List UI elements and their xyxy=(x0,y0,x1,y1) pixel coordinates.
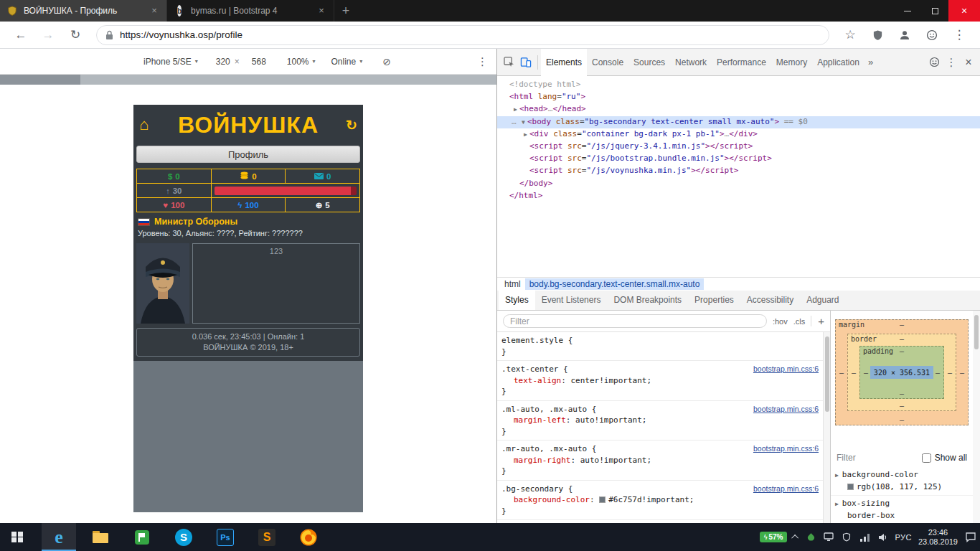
viewport-height-input[interactable]: 568 xyxy=(252,57,266,67)
tray-network-icon[interactable] xyxy=(859,532,870,543)
money-stat[interactable]: $0 xyxy=(137,169,212,184)
dt-tab-elements[interactable]: Elements xyxy=(541,49,587,76)
browser-tab-bymas[interactable]: b bymas.ru | Bootstrap 4 × xyxy=(167,0,334,22)
dom-node[interactable]: ▶<script src="/js/voynushka.min.js"></sc… xyxy=(497,165,980,177)
hidden-icons-chevron[interactable] xyxy=(792,534,799,542)
zoom-select[interactable]: 100%▾ xyxy=(287,57,316,67)
dt-tab-memory[interactable]: Memory xyxy=(771,49,812,76)
style-tab-dom-breakpoints[interactable]: DOM Breakpoints xyxy=(607,291,688,310)
dom-node[interactable]: ▶<head>…</head> xyxy=(497,103,980,116)
window-close-button[interactable]: × xyxy=(948,0,980,22)
styles-scrollbar[interactable] xyxy=(823,332,830,523)
throttle-select[interactable]: Online▾ xyxy=(331,57,363,67)
box-model-border[interactable]: border – – – – padding – – – – xyxy=(847,334,956,411)
dt-tab-network[interactable]: Network xyxy=(670,49,712,76)
new-tab-button[interactable]: + xyxy=(334,0,357,22)
css-property[interactable]: margin-left: auto!important; xyxy=(501,415,819,426)
media-query-bar[interactable] xyxy=(0,75,496,85)
browser-tab-voynushka[interactable]: ВОЙНУШКА - Профиль × xyxy=(0,0,167,22)
stylesheet-link[interactable]: bootstrap.min.css:6 xyxy=(753,364,819,375)
css-selector[interactable]: .mr-auto, .mx-auto xyxy=(501,444,592,453)
dt-tab-console[interactable]: Console xyxy=(587,49,628,76)
css-rule[interactable]: bootstrap.min.css:6.mr-auto, .mx-auto {m… xyxy=(497,441,823,481)
address-bar[interactable]: https://voynushka.osp/profile xyxy=(96,25,829,45)
stylesheet-link[interactable]: bootstrap.min.css:6 xyxy=(753,404,819,415)
css-rule[interactable]: bootstrap.min.css:6.ml-auto, .mx-auto {m… xyxy=(497,401,823,441)
dom-node[interactable]: ▶</body> xyxy=(497,178,980,190)
tray-display-icon[interactable] xyxy=(823,532,834,543)
styles-filter-input[interactable] xyxy=(503,314,767,328)
bookmark-star-icon[interactable]: ☆ xyxy=(841,26,859,44)
devtools-feedback-icon[interactable] xyxy=(925,53,943,72)
stylesheet-link[interactable]: bootstrap.min.css:6 xyxy=(753,443,819,455)
css-property[interactable]: text-align: center!important; xyxy=(501,375,819,387)
dom-node[interactable]: …▼<body class="bg-secondary text-center … xyxy=(497,116,980,128)
devtools-menu-icon[interactable]: ⋮ xyxy=(943,53,960,72)
start-button[interactable] xyxy=(0,523,34,551)
scrollbar-thumb[interactable] xyxy=(825,336,829,412)
tab-close-icon[interactable]: × xyxy=(149,5,160,17)
dom-node[interactable]: ▶<!doctype html> xyxy=(497,79,980,91)
css-property[interactable]: margin-right: auto!important; xyxy=(501,455,819,466)
rotate-icon[interactable]: ⊘ xyxy=(382,56,391,67)
level-stat[interactable]: ↑30 xyxy=(137,184,212,198)
mail-stat[interactable]: 0 xyxy=(286,169,360,184)
css-rule[interactable]: element.style {} xyxy=(497,332,823,361)
device-select[interactable]: iPhone 5/SE▾ xyxy=(143,57,198,67)
taskbar-edge-icon[interactable]: e xyxy=(42,523,76,551)
computed-property[interactable]: ▶box-sizing xyxy=(831,496,973,510)
css-property[interactable]: background-color: #6c757d!important; xyxy=(501,494,819,506)
reload-button[interactable]: ↻ xyxy=(66,26,85,44)
stylesheet-link[interactable]: bootstrap.min.css:6 xyxy=(753,484,819,495)
show-all-checkbox-input[interactable] xyxy=(922,453,931,463)
window-maximize-button[interactable] xyxy=(921,0,948,22)
toggle-element-state[interactable]: :hov xyxy=(773,317,788,326)
taskbar-skype-icon[interactable]: S xyxy=(166,523,201,551)
browser-menu-icon[interactable]: ⋮ xyxy=(950,26,969,44)
taskbar-clock[interactable]: 23:46 23.08.2019 xyxy=(918,528,958,547)
viewport-width-input[interactable]: 320 xyxy=(216,57,230,67)
energy-stat[interactable]: ϟ100 xyxy=(211,198,286,212)
style-tab-properties[interactable]: Properties xyxy=(688,291,740,310)
computed-filter-label[interactable]: Filter xyxy=(837,453,856,463)
taskbar-firefox-icon[interactable] xyxy=(291,523,326,551)
computed-scrollbar[interactable] xyxy=(973,311,980,523)
profile-button[interactable]: Профиль xyxy=(136,146,360,163)
chat-box[interactable]: 123 xyxy=(192,243,360,324)
toggle-class-button[interactable]: .cls xyxy=(793,317,806,326)
profile-icon[interactable] xyxy=(895,26,914,44)
action-center-icon[interactable] xyxy=(964,532,977,543)
media-query-segment[interactable] xyxy=(0,75,80,85)
url-text[interactable]: https://voynushka.osp/profile xyxy=(120,29,242,40)
dt-tab-sources[interactable]: Sources xyxy=(628,49,670,76)
css-selector[interactable]: .text-center xyxy=(501,364,563,374)
color-swatch[interactable] xyxy=(599,496,606,503)
computed-property[interactable]: ▶background-color xyxy=(831,467,973,481)
language-indicator[interactable]: РУС xyxy=(895,533,912,542)
taskbar-ospanel-icon[interactable] xyxy=(125,523,159,551)
forward-button[interactable]: → xyxy=(39,26,57,44)
taskbar-explorer-icon[interactable] xyxy=(83,523,118,551)
window-minimize-button[interactable] xyxy=(894,0,921,22)
style-tab-adguard[interactable]: Adguard xyxy=(800,291,845,310)
dom-node[interactable]: ▶<script src="/js/jquery-3.4.1.min.js"><… xyxy=(497,141,980,153)
expand-arrow-icon[interactable]: ▶ xyxy=(835,472,839,479)
battery-indicator[interactable]: ϟ 57% xyxy=(760,532,788,542)
css-rule[interactable]: bootstrap.min.css:6.text-center {text-al… xyxy=(497,361,823,401)
health-stat[interactable]: ♥100 xyxy=(137,198,212,212)
box-model-diagram[interactable]: margin – – – – border – – – – padding xyxy=(835,319,969,425)
breadcrumb-item[interactable]: body.bg-secondary.text-center.small.mx-a… xyxy=(525,278,705,290)
tray-ospanel-icon[interactable] xyxy=(805,532,816,543)
style-tab-event-listeners[interactable]: Event Listeners xyxy=(535,291,608,310)
inspect-icon[interactable] xyxy=(500,53,517,72)
new-style-rule-icon[interactable]: + xyxy=(811,316,824,326)
show-all-checkbox[interactable]: Show all xyxy=(922,453,967,463)
rank-title[interactable]: Министр Обороны xyxy=(154,217,237,227)
box-model-margin[interactable]: margin – – – – border – – – – padding xyxy=(835,319,969,425)
dt-tab-application[interactable]: Application xyxy=(812,49,864,76)
taskbar-photoshop-icon[interactable]: Ps xyxy=(208,523,242,551)
box-model-content[interactable]: 320 × 356.531 xyxy=(870,366,933,379)
accuracy-stat[interactable]: ⊕5 xyxy=(286,198,360,212)
adblock-shield-icon[interactable] xyxy=(868,26,887,44)
breadcrumb-item[interactable]: html xyxy=(500,278,525,290)
